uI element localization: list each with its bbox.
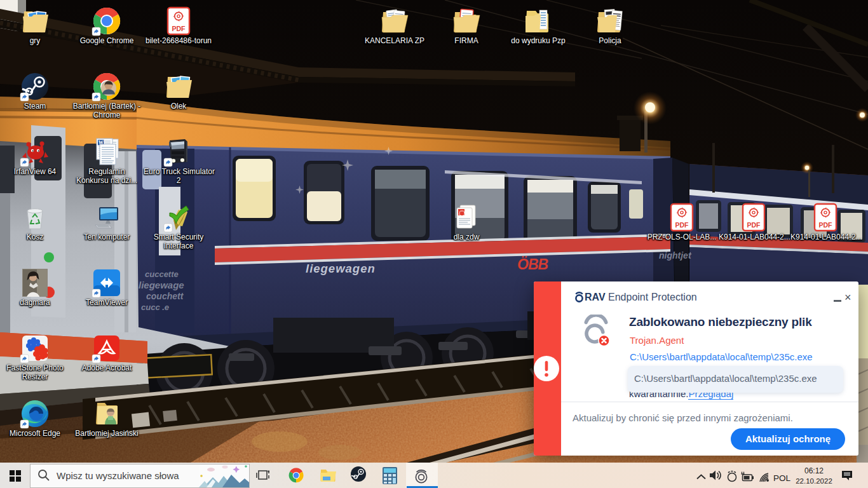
svg-text:liegewage: liegewage xyxy=(139,280,184,290)
svg-text:nightjet: nightjet xyxy=(659,250,692,261)
svg-text:06:12: 06:12 xyxy=(804,466,824,475)
svg-text:couchett: couchett xyxy=(146,291,184,301)
svg-text:cucc .e: cucc .e xyxy=(141,302,169,312)
svg-text:ÖBB: ÖBB xyxy=(517,256,548,273)
svg-text:22.10.2022: 22.10.2022 xyxy=(796,477,832,485)
svg-text:cuccette: cuccette xyxy=(145,269,179,279)
svg-text:POL: POL xyxy=(773,473,791,483)
svg-text:liegewagen: liegewagen xyxy=(306,262,376,275)
svg-text:Wpisz tu wyszukiwane słowa: Wpisz tu wyszukiwane słowa xyxy=(57,470,179,481)
